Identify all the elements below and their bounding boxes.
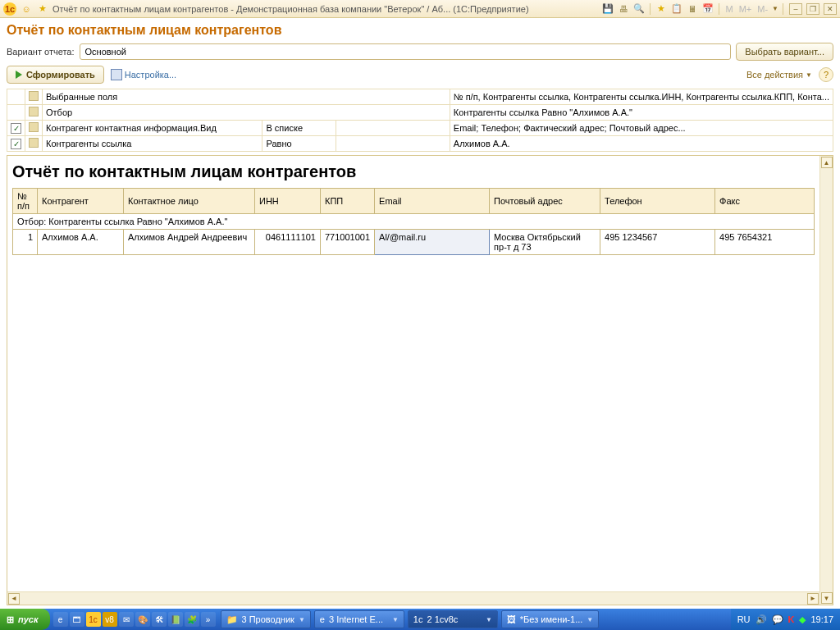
- ql-ie-icon[interactable]: e: [53, 612, 68, 627]
- tray-icon-1[interactable]: 🔊: [756, 614, 767, 625]
- cell-email[interactable]: Al/@mail.ru: [375, 230, 490, 255]
- cell-tel: 495 1234567: [600, 230, 715, 255]
- tray-icon-3[interactable]: ◆: [799, 614, 806, 625]
- task-label: 2 1cv8c: [427, 614, 458, 624]
- settings-name: Контрагенты ссылка: [43, 136, 262, 152]
- scroll-right-icon[interactable]: ►: [807, 593, 819, 605]
- vertical-scrollbar[interactable]: ▲ ▼: [819, 156, 833, 605]
- system-tray: RU 🔊 💬 K ◆ 19:17: [731, 609, 840, 630]
- cell-kpp: 771001001: [321, 230, 375, 255]
- horizontal-scrollbar[interactable]: ◄ ►: [7, 591, 819, 605]
- mem-mplus[interactable]: M+: [737, 4, 754, 14]
- field-icon: [29, 122, 39, 132]
- taskbar-task[interactable]: 1c2 1cv8c▼: [408, 610, 498, 628]
- field-icon: [29, 107, 39, 116]
- lang-indicator[interactable]: RU: [737, 614, 751, 624]
- settings-name: Отбор: [43, 105, 450, 121]
- mem-m[interactable]: M: [724, 4, 734, 14]
- scroll-left-icon[interactable]: ◄: [8, 593, 20, 605]
- ql-1c-icon[interactable]: 1c: [86, 612, 101, 627]
- report-area: Отчёт по контактным лицам контрагентов №…: [7, 155, 833, 605]
- taskbar-task[interactable]: 📁3 Проводник▼: [221, 610, 311, 628]
- checkbox-icon[interactable]: ✓: [11, 123, 21, 134]
- chevron-down-icon: ▼: [806, 71, 812, 79]
- smiley-icon[interactable]: ☺: [20, 2, 33, 16]
- fav-icon[interactable]: ★: [655, 2, 668, 16]
- variant-label: Вариант отчета:: [7, 47, 75, 57]
- settings-row[interactable]: ✓Контрагент контактная информация.ВидВ с…: [7, 121, 833, 136]
- variant-input[interactable]: [80, 43, 732, 60]
- titlebar-tools: 💾 🖶 🔍 ★ 📋 🖩 📅 M M+ M- ▼ – ❐ ✕: [601, 2, 837, 16]
- column-header: Факс: [715, 189, 815, 214]
- settings-val2: Алхимов А.А.: [450, 136, 833, 152]
- mem-mminus[interactable]: M-: [756, 4, 769, 14]
- start-button[interactable]: ⊞ пуск: [0, 609, 50, 630]
- task-label: 3 Проводник: [242, 614, 294, 624]
- play-icon: [16, 71, 22, 79]
- filter-text: Отбор: Контрагенты ссылка Равно "Алхимов…: [13, 214, 815, 230]
- settings-val2: Контрагенты ссылка Равно "Алхимов А.А.": [450, 105, 833, 121]
- cell-post: Москва Октябрьский пр-т д 73: [490, 230, 600, 255]
- calendar-icon[interactable]: 📅: [701, 2, 714, 16]
- taskbar-task[interactable]: 🖼*Без имени-1...▼: [501, 610, 599, 628]
- task-icon: 📁: [226, 614, 238, 625]
- scroll-up-icon[interactable]: ▲: [821, 157, 833, 168]
- minimize-button[interactable]: –: [789, 3, 802, 15]
- settings-grid[interactable]: Выбранные поля№ п/п, Контрагенты ссылка,…: [7, 89, 833, 152]
- preview-icon[interactable]: 🔍: [632, 2, 646, 16]
- column-header: ИНН: [255, 189, 321, 214]
- clock[interactable]: 19:17: [810, 614, 833, 624]
- star-icon[interactable]: ★: [36, 2, 49, 16]
- field-icon: [29, 91, 39, 101]
- ql-paint-icon[interactable]: 🎨: [135, 612, 150, 627]
- ql-more-icon[interactable]: »: [201, 612, 216, 627]
- taskbar: ⊞ пуск e 🗔 1c v8 ✉ 🎨 🛠 📗 🧩 » 📁3 Проводни…: [0, 609, 840, 630]
- settings-name: Контрагент контактная информация.Вид: [43, 121, 262, 136]
- ql-mail-icon[interactable]: ✉: [119, 612, 134, 627]
- help-button[interactable]: ?: [819, 67, 833, 82]
- clipboard-icon[interactable]: 📋: [670, 2, 683, 16]
- settings-name: Выбранные поля: [43, 89, 450, 105]
- settings-row[interactable]: Выбранные поля№ п/п, Контрагенты ссылка,…: [7, 89, 833, 105]
- task-icon: 🖼: [507, 614, 516, 624]
- column-header: Email: [375, 189, 490, 214]
- checkbox-icon[interactable]: ✓: [11, 139, 21, 149]
- all-actions-link[interactable]: Все действия▼: [746, 70, 812, 80]
- mem-dropdown-icon[interactable]: ▼: [772, 5, 778, 12]
- settings-link[interactable]: Настройка...: [111, 69, 176, 80]
- settings-op: В списке: [262, 121, 336, 136]
- calc-icon[interactable]: 🖩: [686, 2, 699, 16]
- tray-icon-2[interactable]: 💬: [772, 614, 783, 625]
- tray-kaspersky-icon[interactable]: K: [788, 614, 795, 624]
- table-row[interactable]: 1Алхимов А.А.Алхимов Андрей Андреевич046…: [13, 230, 815, 255]
- taskbar-task[interactable]: e3 Internet E...▼: [314, 610, 404, 628]
- cell-agent: Алхимов А.А.: [38, 230, 124, 255]
- chevron-down-icon: ▼: [587, 616, 593, 623]
- save-icon[interactable]: 💾: [601, 2, 614, 16]
- choose-variant-button[interactable]: Выбрать вариант...: [736, 43, 833, 61]
- task-icon: 1c: [413, 614, 423, 624]
- ql-app1-icon[interactable]: v8: [103, 612, 117, 627]
- column-header: Почтовый адрес: [490, 189, 600, 214]
- run-button[interactable]: Сформировать: [7, 66, 104, 84]
- cell-n: 1: [13, 230, 38, 255]
- scroll-down-icon[interactable]: ▼: [821, 592, 833, 604]
- restore-button[interactable]: ❐: [806, 3, 819, 15]
- gear-icon: [111, 69, 122, 80]
- ql-desktop-icon[interactable]: 🗔: [70, 612, 84, 627]
- cell-contact: Алхимов Андрей Андреевич: [124, 230, 255, 255]
- settings-row[interactable]: ✓Контрагенты ссылкаРавноАлхимов А.А.: [7, 136, 833, 152]
- settings-val2: № п/п, Контрагенты ссылка, Контрагенты с…: [450, 89, 833, 105]
- column-header: № п/п: [13, 189, 38, 214]
- ql-app3-icon[interactable]: 📗: [168, 612, 183, 627]
- variant-row: Вариант отчета: Выбрать вариант...: [7, 43, 833, 61]
- ql-app4-icon[interactable]: 🧩: [185, 612, 199, 627]
- settings-row[interactable]: ОтборКонтрагенты ссылка Равно "Алхимов А…: [7, 105, 833, 121]
- task-label: 3 Internet E...: [329, 614, 383, 624]
- toolbar: Сформировать Настройка... Все действия▼ …: [7, 66, 833, 84]
- ql-app2-icon[interactable]: 🛠: [152, 612, 167, 627]
- close-button[interactable]: ✕: [824, 3, 837, 15]
- chevron-down-icon: ▼: [486, 616, 492, 623]
- print-icon[interactable]: 🖶: [617, 2, 630, 16]
- column-header: Контактное лицо: [124, 189, 255, 214]
